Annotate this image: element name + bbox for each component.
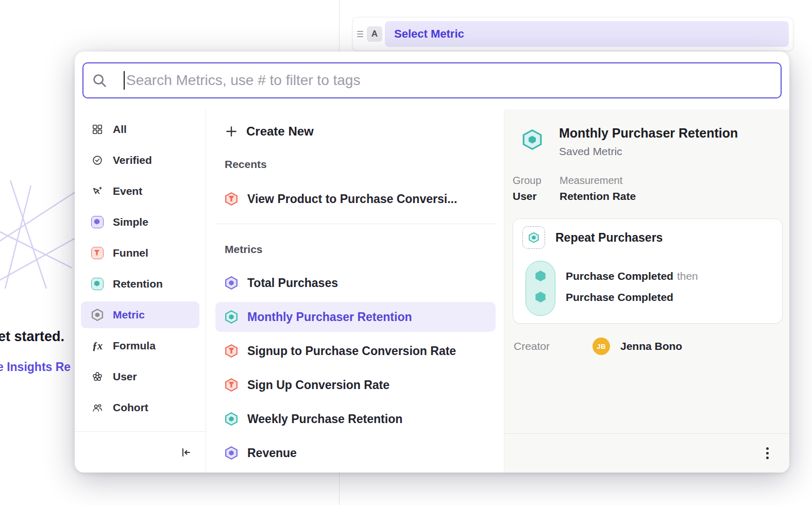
- text-caret: [124, 71, 125, 90]
- step-hexagon-icon: [535, 292, 546, 302]
- sidebar-item-label: Event: [113, 185, 142, 197]
- step-1: Purchase Completedthen: [566, 270, 698, 283]
- creator-label: Creator: [514, 340, 593, 352]
- sidebar-item-simple[interactable]: Simple: [81, 209, 199, 235]
- metric-label: Revenue: [247, 446, 297, 460]
- metrics-heading: Metrics: [225, 243, 496, 256]
- sidebar-item-label: Retention: [113, 278, 163, 290]
- verified-badge-icon: [91, 155, 104, 166]
- card-title: Repeat Purchasers: [555, 231, 663, 245]
- funnel-metric-icon: [225, 344, 238, 358]
- retention-metric-icon: [225, 412, 238, 426]
- background-partial-heading: et started.: [0, 329, 64, 345]
- create-new-label: Create New: [246, 124, 314, 139]
- plus-icon: [225, 125, 238, 138]
- sidebar-item-label: Formula: [113, 340, 156, 352]
- metric-hexagon-icon: [91, 309, 104, 321]
- filter-sidebar: All Verified: [75, 109, 206, 473]
- sidebar-item-label: Funnel: [113, 247, 148, 259]
- sidebar-item-metric[interactable]: Metric: [81, 301, 199, 328]
- select-metric-label: Select Metric: [394, 27, 464, 41]
- metric-definition-card: Repeat Purchasers Purchase Completedthen…: [513, 218, 783, 324]
- sidebar-item-retention[interactable]: Retention: [81, 271, 199, 297]
- list-divider: [215, 224, 496, 224]
- metric-label: Weekly Purchase Retention: [247, 412, 402, 426]
- sidebar-item-user[interactable]: User: [81, 363, 199, 390]
- simple-metric-icon: [91, 216, 104, 228]
- sidebar-item-label: User: [113, 371, 137, 383]
- retention-metric-icon: [225, 310, 238, 324]
- sidebar-item-label: Metric: [113, 309, 145, 321]
- metric-item-monthly-purchaser-retention[interactable]: Monthly Purchaser Retention: [215, 302, 496, 332]
- create-new-button[interactable]: Create New: [225, 119, 496, 144]
- recent-metric-item[interactable]: View Product to Purchase Conversi...: [215, 184, 496, 213]
- formula-fx-icon: ƒx: [91, 340, 104, 352]
- search-icon: [92, 73, 107, 88]
- background-insights-link[interactable]: e Insights Re: [0, 360, 71, 374]
- cohort-definition-icon: [522, 226, 545, 249]
- creator-name: Jenna Bono: [620, 340, 682, 352]
- metric-item-signup-conversion[interactable]: Sign Up Conversion Rate: [215, 370, 496, 400]
- more-options-kebab-icon[interactable]: [763, 444, 772, 462]
- sidebar-item-verified[interactable]: Verified: [81, 147, 199, 174]
- sidebar-item-label: Cohort: [113, 401, 148, 414]
- sidebar-item-event[interactable]: Event: [81, 178, 199, 205]
- metric-preview-panel: Monthly Purchaser Retention Saved Metric…: [504, 109, 789, 473]
- metric-list-column: Create New Recents View Product to Purch…: [206, 109, 504, 473]
- cohort-people-icon: [91, 402, 104, 413]
- funnel-steps-pill: [526, 261, 555, 316]
- sidebar-item-funnel[interactable]: Funnel: [81, 240, 199, 266]
- sidebar-item-label: Simple: [113, 216, 148, 228]
- preview-subtitle: Saved Metric: [559, 144, 738, 159]
- measurement-label: Measurement: [560, 174, 636, 187]
- grid-icon: [91, 124, 104, 135]
- metric-label: Sign Up Conversion Rate: [247, 378, 390, 392]
- simple-metric-icon: [225, 446, 238, 460]
- metric-item-weekly-purchase-retention[interactable]: Weekly Purchase Retention: [215, 404, 496, 434]
- retention-metric-icon: [91, 278, 104, 290]
- select-metric-field[interactable]: Select Metric: [385, 21, 789, 47]
- funnel-metric-icon: [225, 378, 238, 392]
- group-label: Group: [513, 174, 551, 187]
- row-label-badge[interactable]: A: [367, 26, 382, 42]
- sidebar-item-formula[interactable]: ƒx Formula: [81, 332, 199, 359]
- query-builder-row: A Select Metric: [352, 17, 793, 51]
- measurement-value: Retention Rate: [560, 190, 636, 203]
- metric-label: Signup to Purchase Conversion Rate: [247, 344, 456, 358]
- step-hexagon-icon: [535, 271, 546, 281]
- event-cursor-icon: [91, 186, 104, 197]
- metric-item-signup-to-purchase[interactable]: Signup to Purchase Conversion Rate: [215, 336, 496, 366]
- sidebar-item-label: Verified: [113, 154, 152, 166]
- step-2: Purchase Completed: [566, 291, 673, 304]
- group-value: User: [513, 190, 551, 203]
- funnel-metric-icon: [91, 247, 104, 259]
- sidebar-item-all[interactable]: All: [81, 116, 199, 143]
- metric-label: Monthly Purchaser Retention: [247, 310, 412, 324]
- collapse-sidebar-button[interactable]: [180, 446, 192, 459]
- funnel-metric-icon: [225, 192, 238, 206]
- search-bar[interactable]: [82, 62, 782, 98]
- metric-item-total-purchases[interactable]: Total Purchases: [215, 268, 496, 298]
- simple-metric-icon: [225, 276, 238, 290]
- recent-metric-label: View Product to Purchase Conversi...: [247, 192, 457, 206]
- step-2-event: Purchase Completed: [566, 291, 673, 303]
- step-connector: then: [677, 270, 698, 282]
- metric-item-revenue[interactable]: Revenue: [215, 438, 496, 468]
- search-input[interactable]: [126, 72, 772, 89]
- metric-label: Total Purchases: [247, 276, 338, 290]
- user-flower-icon: [91, 371, 104, 382]
- retention-metric-icon: [522, 129, 543, 150]
- drag-handle-icon[interactable]: [355, 31, 365, 37]
- sidebar-item-cohort[interactable]: Cohort: [81, 394, 199, 421]
- sidebar-item-label: All: [113, 123, 127, 136]
- preview-title: Monthly Purchaser Retention: [559, 125, 738, 141]
- recents-heading: Recents: [225, 158, 496, 171]
- step-1-event: Purchase Completed: [566, 270, 673, 282]
- metric-picker-modal: All Verified: [75, 52, 789, 473]
- creator-avatar: JB: [593, 338, 610, 355]
